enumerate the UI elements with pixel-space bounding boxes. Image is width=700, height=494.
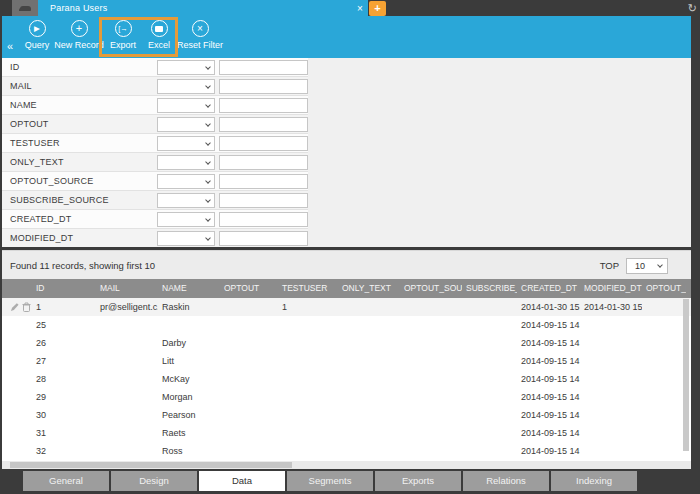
home-tab[interactable] (12, 0, 38, 16)
header-testuser[interactable]: TESTUSER (278, 279, 338, 298)
cell-created-dt: 2014-09-15 14... (517, 370, 580, 388)
table-row[interactable]: 31 Raets 2014-09-15 14... (2, 424, 691, 442)
cell-name: McKay (158, 370, 220, 388)
cell-optout (220, 388, 278, 406)
operator-select-name[interactable] (157, 98, 215, 113)
header-only-text[interactable]: ONLY_TEXT (338, 279, 400, 298)
operator-select-id[interactable] (157, 60, 215, 75)
tab-exports[interactable]: Exports (375, 471, 461, 491)
operator-select-created-dt[interactable] (157, 212, 215, 227)
header-name[interactable]: NAME (158, 279, 220, 298)
cell-optout-source (400, 442, 462, 460)
cell-subscribe-source (462, 352, 517, 370)
header-optout[interactable]: OPTOUT (220, 279, 278, 298)
new-tab-button[interactable]: + (369, 1, 386, 16)
close-tab-icon[interactable]: × (352, 3, 368, 14)
top-label: TOP (600, 251, 619, 280)
horizontal-scrollbar-thumb[interactable] (10, 462, 292, 468)
horizontal-scrollbar[interactable] (2, 461, 691, 469)
cell-mail (96, 316, 158, 334)
operator-select-optout[interactable] (157, 117, 215, 132)
row-actions (8, 334, 32, 352)
field-label: CREATED_DT (10, 210, 71, 229)
cell-testuser (278, 370, 338, 388)
field-label: NAME (10, 96, 37, 115)
cell-name: Darby (158, 334, 220, 352)
tab-segments[interactable]: Segments (287, 471, 373, 491)
new-record-button[interactable]: + New Record (52, 20, 106, 50)
field-label: OPTOUT (10, 115, 49, 134)
tab-general[interactable]: General (23, 471, 109, 491)
cell-created-dt: 2014-09-15 14... (517, 352, 580, 370)
reset-filter-button[interactable]: × Reset Filter (172, 20, 228, 50)
top-count-select[interactable]: 10 (626, 258, 668, 274)
value-input-optout-source[interactable] (219, 174, 308, 189)
cell-id: 25 (32, 316, 96, 334)
table-row[interactable]: 30 Pearson 2014-09-15 14... (2, 406, 691, 424)
value-input-id[interactable] (219, 60, 308, 75)
cell-testuser (278, 316, 338, 334)
cell-id: 32 (32, 442, 96, 460)
table-row[interactable]: 1 pr@selligent.c... Raskin 1 2014-01-30 … (2, 298, 691, 316)
operator-select-testuser[interactable] (157, 136, 215, 151)
tab-indexing[interactable]: Indexing (551, 471, 637, 491)
edit-icon[interactable] (10, 303, 19, 312)
vertical-scrollbar-thumb[interactable] (683, 299, 689, 451)
header-modified-dt[interactable]: MODIFIED_DT (580, 279, 642, 298)
value-input-testuser[interactable] (219, 136, 308, 151)
cell-optout-source (400, 298, 462, 316)
header-optout-source[interactable]: OPTOUT_SOURCE (400, 279, 462, 298)
table-row[interactable]: 32 Ross 2014-09-15 14... (2, 442, 691, 460)
value-input-name[interactable] (219, 98, 308, 113)
field-label: MAIL (10, 77, 32, 96)
row-actions (8, 316, 32, 334)
cell-optout-dt (642, 388, 686, 406)
header-mail[interactable]: MAIL (96, 279, 158, 298)
tab-relations[interactable]: Relations (463, 471, 549, 491)
header-subscribe-source[interactable]: SUBSCRIBE_SOURCE (462, 279, 517, 298)
value-input-modified-dt[interactable] (219, 231, 308, 246)
form-row-only-text: ONLY_TEXT (2, 153, 691, 172)
cell-name: Morgan (158, 388, 220, 406)
collapse-chevron-icon[interactable]: « (7, 40, 13, 52)
tab-parana-users[interactable]: Parana Users × (38, 0, 368, 16)
cell-subscribe-source (462, 370, 517, 388)
refresh-icon[interactable]: ↻ (688, 1, 697, 15)
table-row[interactable]: 28 McKay 2014-09-15 14... (2, 370, 691, 388)
delete-icon[interactable] (22, 302, 31, 312)
operator-select-subscribe-source[interactable] (157, 193, 215, 208)
cell-optout (220, 352, 278, 370)
operator-select-mail[interactable] (157, 79, 215, 94)
cell-optout-dt (642, 316, 686, 334)
operator-select-modified-dt[interactable] (157, 231, 215, 246)
tab-design[interactable]: Design (111, 471, 197, 491)
operator-select-optout-source[interactable] (157, 174, 215, 189)
value-input-only-text[interactable] (219, 155, 308, 170)
cell-optout-dt (642, 406, 686, 424)
cell-mail: pr@selligent.c... (96, 298, 158, 316)
form-row-created-dt: CREATED_DT (2, 210, 691, 229)
cell-id: 30 (32, 406, 96, 424)
value-input-created-dt[interactable] (219, 212, 308, 227)
header-optout-dt[interactable]: OPTOUT_DT (642, 279, 686, 298)
header-id[interactable]: ID (32, 279, 96, 298)
cell-optout-dt (642, 370, 686, 388)
table-row[interactable]: 29 Morgan 2014-09-15 14... (2, 388, 691, 406)
table-row[interactable]: 25 2014-09-15 14... (2, 316, 691, 334)
value-input-subscribe-source[interactable] (219, 193, 308, 208)
reset-filter-icon: × (192, 20, 209, 37)
operator-select-only-text[interactable] (157, 155, 215, 170)
table-row[interactable]: 27 Litt 2014-09-15 14... (2, 352, 691, 370)
tab-data[interactable]: Data (199, 471, 285, 491)
table-row[interactable]: 26 Darby 2014-09-15 14... (2, 334, 691, 352)
cell-mail (96, 406, 158, 424)
value-input-mail[interactable] (219, 79, 308, 94)
export-icon: [→ (115, 20, 132, 37)
cell-testuser (278, 388, 338, 406)
export-button[interactable]: [→ Export (102, 20, 144, 50)
cell-id: 26 (32, 334, 96, 352)
cell-mail (96, 442, 158, 460)
vertical-scrollbar[interactable] (683, 298, 689, 461)
value-input-optout[interactable] (219, 117, 308, 132)
header-created-dt[interactable]: CREATED_DT (517, 279, 580, 298)
